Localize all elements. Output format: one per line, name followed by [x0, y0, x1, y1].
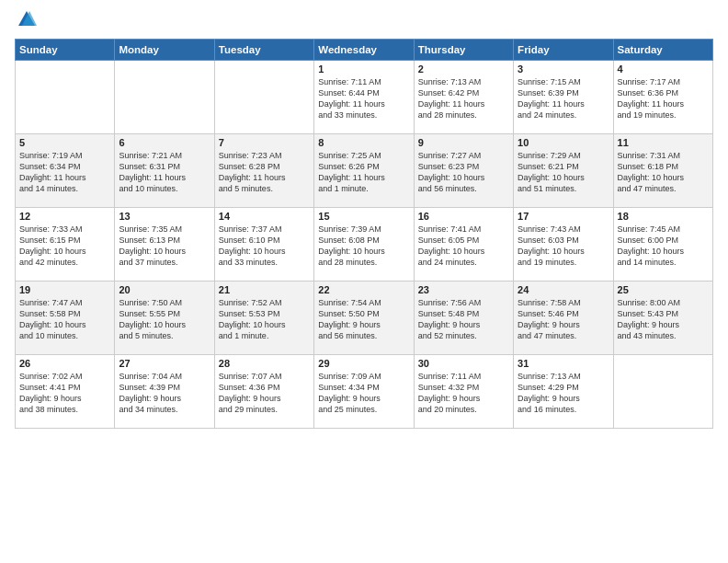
calendar-cell — [214, 61, 313, 134]
day-number: 16 — [418, 211, 509, 222]
calendar-cell: 21Sunrise: 7:52 AM Sunset: 5:53 PM Dayli… — [214, 282, 313, 355]
logo-line1 — [15, 9, 37, 33]
day-info: Sunrise: 7:25 AM Sunset: 6:26 PM Dayligh… — [318, 150, 409, 195]
logo-icon — [17, 9, 37, 29]
day-number: 6 — [119, 137, 210, 148]
day-info: Sunrise: 7:43 AM Sunset: 6:03 PM Dayligh… — [518, 224, 609, 269]
day-number: 30 — [418, 358, 509, 369]
day-number: 22 — [318, 284, 409, 295]
header — [15, 9, 713, 33]
calendar-cell: 14Sunrise: 7:37 AM Sunset: 6:10 PM Dayli… — [214, 208, 313, 282]
calendar-cell — [115, 61, 214, 134]
calendar-cell: 1Sunrise: 7:11 AM Sunset: 6:44 PM Daylig… — [314, 61, 414, 134]
day-number: 1 — [318, 63, 409, 75]
day-info: Sunrise: 7:09 AM Sunset: 4:34 PM Dayligh… — [318, 371, 409, 416]
day-info: Sunrise: 7:45 AM Sunset: 6:00 PM Dayligh… — [618, 224, 709, 269]
calendar-cell: 17Sunrise: 7:43 AM Sunset: 6:03 PM Dayli… — [514, 208, 613, 282]
day-number: 7 — [219, 137, 310, 148]
calendar-cell: 7Sunrise: 7:23 AM Sunset: 6:28 PM Daylig… — [214, 134, 313, 208]
day-info: Sunrise: 7:17 AM Sunset: 6:36 PM Dayligh… — [618, 76, 709, 121]
calendar-cell: 27Sunrise: 7:04 AM Sunset: 4:39 PM Dayli… — [115, 355, 214, 429]
day-number: 12 — [19, 211, 110, 222]
day-number: 21 — [219, 284, 310, 295]
day-info: Sunrise: 7:13 AM Sunset: 4:29 PM Dayligh… — [518, 371, 609, 416]
day-info: Sunrise: 7:47 AM Sunset: 5:58 PM Dayligh… — [19, 297, 110, 342]
week-row-1: 1Sunrise: 7:11 AM Sunset: 6:44 PM Daylig… — [16, 61, 713, 134]
calendar-table: SundayMondayTuesdayWednesdayThursdayFrid… — [15, 39, 713, 429]
day-header-thursday: Thursday — [414, 40, 513, 61]
day-info: Sunrise: 7:50 AM Sunset: 5:55 PM Dayligh… — [119, 297, 210, 342]
calendar-cell: 28Sunrise: 7:07 AM Sunset: 4:36 PM Dayli… — [214, 355, 313, 429]
calendar-cell: 23Sunrise: 7:56 AM Sunset: 5:48 PM Dayli… — [414, 282, 513, 355]
day-number: 28 — [219, 358, 310, 369]
day-number: 10 — [518, 137, 609, 148]
day-info: Sunrise: 7:15 AM Sunset: 6:39 PM Dayligh… — [518, 76, 609, 121]
calendar-cell: 3Sunrise: 7:15 AM Sunset: 6:39 PM Daylig… — [514, 61, 613, 134]
day-header-tuesday: Tuesday — [214, 40, 313, 61]
calendar-cell: 6Sunrise: 7:21 AM Sunset: 6:31 PM Daylig… — [115, 134, 214, 208]
day-number: 9 — [418, 137, 509, 148]
day-number: 31 — [518, 358, 609, 369]
calendar-cell — [613, 355, 712, 429]
day-info: Sunrise: 7:37 AM Sunset: 6:10 PM Dayligh… — [219, 224, 310, 269]
day-info: Sunrise: 7:02 AM Sunset: 4:41 PM Dayligh… — [19, 371, 110, 416]
calendar-cell: 11Sunrise: 7:31 AM Sunset: 6:18 PM Dayli… — [613, 134, 712, 208]
days-header-row: SundayMondayTuesdayWednesdayThursdayFrid… — [16, 40, 713, 61]
day-number: 13 — [119, 211, 210, 222]
page-container: SundayMondayTuesdayWednesdayThursdayFrid… — [0, 0, 728, 436]
week-row-2: 5Sunrise: 7:19 AM Sunset: 6:34 PM Daylig… — [16, 134, 713, 208]
day-number: 2 — [418, 63, 509, 75]
day-info: Sunrise: 7:04 AM Sunset: 4:39 PM Dayligh… — [119, 371, 210, 416]
day-number: 19 — [19, 284, 110, 295]
day-number: 27 — [119, 358, 210, 369]
calendar-cell: 19Sunrise: 7:47 AM Sunset: 5:58 PM Dayli… — [16, 282, 115, 355]
day-info: Sunrise: 7:58 AM Sunset: 5:46 PM Dayligh… — [518, 297, 609, 342]
day-info: Sunrise: 7:07 AM Sunset: 4:36 PM Dayligh… — [219, 371, 310, 416]
calendar-cell: 20Sunrise: 7:50 AM Sunset: 5:55 PM Dayli… — [115, 282, 214, 355]
day-number: 17 — [518, 211, 609, 222]
day-info: Sunrise: 7:27 AM Sunset: 6:23 PM Dayligh… — [418, 150, 509, 195]
day-info: Sunrise: 7:52 AM Sunset: 5:53 PM Dayligh… — [219, 297, 310, 342]
day-info: Sunrise: 7:56 AM Sunset: 5:48 PM Dayligh… — [418, 297, 509, 342]
day-number: 11 — [618, 137, 709, 148]
day-number: 25 — [618, 284, 709, 295]
calendar-cell: 31Sunrise: 7:13 AM Sunset: 4:29 PM Dayli… — [514, 355, 613, 429]
calendar-cell: 13Sunrise: 7:35 AM Sunset: 6:13 PM Dayli… — [115, 208, 214, 282]
calendar-cell: 9Sunrise: 7:27 AM Sunset: 6:23 PM Daylig… — [414, 134, 513, 208]
day-header-saturday: Saturday — [613, 40, 712, 61]
calendar-cell: 12Sunrise: 7:33 AM Sunset: 6:15 PM Dayli… — [16, 208, 115, 282]
calendar-cell: 24Sunrise: 7:58 AM Sunset: 5:46 PM Dayli… — [514, 282, 613, 355]
week-row-3: 12Sunrise: 7:33 AM Sunset: 6:15 PM Dayli… — [16, 208, 713, 282]
day-info: Sunrise: 7:35 AM Sunset: 6:13 PM Dayligh… — [119, 224, 210, 269]
day-header-wednesday: Wednesday — [314, 40, 414, 61]
calendar-cell: 18Sunrise: 7:45 AM Sunset: 6:00 PM Dayli… — [613, 208, 712, 282]
calendar-cell: 10Sunrise: 7:29 AM Sunset: 6:21 PM Dayli… — [514, 134, 613, 208]
day-number: 8 — [318, 137, 409, 148]
day-number: 3 — [518, 63, 609, 75]
logo-text-block — [15, 9, 37, 33]
day-number: 4 — [618, 63, 709, 75]
calendar-cell: 16Sunrise: 7:41 AM Sunset: 6:05 PM Dayli… — [414, 208, 513, 282]
day-info: Sunrise: 7:23 AM Sunset: 6:28 PM Dayligh… — [219, 150, 310, 195]
day-info: Sunrise: 7:21 AM Sunset: 6:31 PM Dayligh… — [119, 150, 210, 195]
day-info: Sunrise: 7:13 AM Sunset: 6:42 PM Dayligh… — [418, 76, 509, 121]
calendar-cell: 4Sunrise: 7:17 AM Sunset: 6:36 PM Daylig… — [613, 61, 712, 134]
day-number: 23 — [418, 284, 509, 295]
logo — [15, 9, 37, 33]
calendar-cell: 29Sunrise: 7:09 AM Sunset: 4:34 PM Dayli… — [314, 355, 414, 429]
calendar-cell: 2Sunrise: 7:13 AM Sunset: 6:42 PM Daylig… — [414, 61, 513, 134]
calendar-cell: 25Sunrise: 8:00 AM Sunset: 5:43 PM Dayli… — [613, 282, 712, 355]
day-number: 20 — [119, 284, 210, 295]
calendar-cell: 26Sunrise: 7:02 AM Sunset: 4:41 PM Dayli… — [16, 355, 115, 429]
calendar-cell: 8Sunrise: 7:25 AM Sunset: 6:26 PM Daylig… — [314, 134, 414, 208]
week-row-5: 26Sunrise: 7:02 AM Sunset: 4:41 PM Dayli… — [16, 355, 713, 429]
calendar-cell: 5Sunrise: 7:19 AM Sunset: 6:34 PM Daylig… — [16, 134, 115, 208]
day-number: 29 — [318, 358, 409, 369]
day-info: Sunrise: 7:19 AM Sunset: 6:34 PM Dayligh… — [19, 150, 110, 195]
day-number: 18 — [618, 211, 709, 222]
day-header-monday: Monday — [115, 40, 214, 61]
week-row-4: 19Sunrise: 7:47 AM Sunset: 5:58 PM Dayli… — [16, 282, 713, 355]
calendar-cell: 30Sunrise: 7:11 AM Sunset: 4:32 PM Dayli… — [414, 355, 513, 429]
day-number: 14 — [219, 211, 310, 222]
day-info: Sunrise: 7:11 AM Sunset: 4:32 PM Dayligh… — [418, 371, 509, 416]
